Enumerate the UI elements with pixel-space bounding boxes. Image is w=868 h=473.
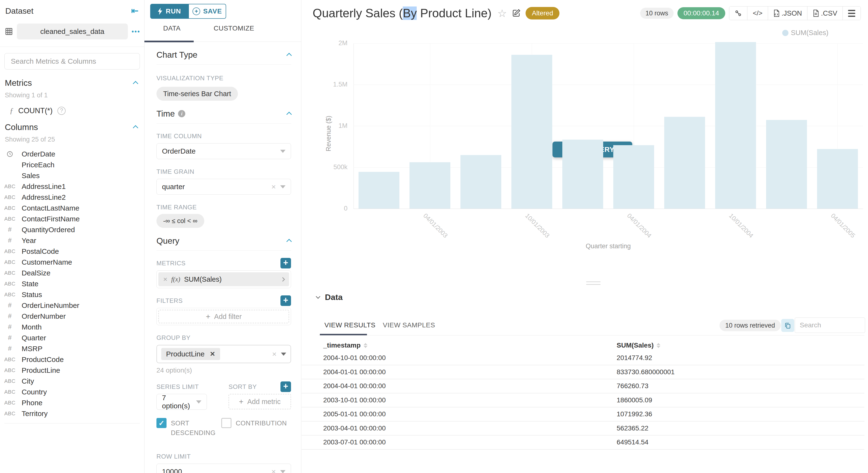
checkbox-unchecked-icon[interactable] — [221, 418, 231, 428]
table-row[interactable]: 2003-10-01 00:00:001860005.09 — [302, 393, 864, 408]
add-filter-dropzone[interactable]: + Add filter — [158, 310, 289, 323]
clear-icon[interactable]: × — [271, 182, 276, 191]
collapse-panel-icon[interactable]: ⇤ — [131, 6, 138, 16]
bar-2004-10-01[interactable] — [715, 42, 756, 209]
run-button[interactable]: RUN — [150, 4, 188, 19]
altered-badge[interactable]: Altered — [526, 7, 559, 20]
column-item[interactable]: ABCDealSize — [0, 267, 144, 278]
column-item[interactable]: #QuantityOrdered — [0, 224, 144, 235]
column-item[interactable]: #Quarter — [0, 333, 144, 343]
column-item[interactable]: ABCCity — [0, 376, 144, 386]
dataset-more-icon[interactable]: ••• — [132, 28, 140, 35]
dataset-name[interactable]: cleaned_sales_data — [17, 24, 128, 39]
add-filter-button[interactable]: + — [280, 295, 291, 306]
group-by-chip[interactable]: ProductLine ✕ — [161, 348, 220, 360]
tab-view-samples[interactable]: VIEW SAMPLES — [383, 321, 435, 329]
chevron-up-icon[interactable] — [286, 53, 292, 58]
clear-icon[interactable]: × — [271, 467, 276, 473]
column-item[interactable]: ABCProductCode — [0, 354, 144, 365]
sort-icon[interactable] — [364, 343, 367, 348]
bar-2004-04-01[interactable] — [613, 145, 654, 209]
column-item[interactable]: ABCCountry — [0, 386, 144, 397]
bar-2005-01-01[interactable] — [766, 120, 807, 209]
clear-icon[interactable]: × — [272, 350, 277, 358]
favorite-star-icon[interactable]: ☆ — [497, 7, 507, 20]
bar-2004-07-01[interactable] — [664, 117, 705, 209]
bar-2003-04-01[interactable] — [409, 162, 450, 209]
series-limit-select[interactable]: 7 option(s) — [156, 394, 207, 410]
column-item[interactable]: #OrderLineNumber — [0, 300, 144, 311]
column-item[interactable]: ABCPostalCode — [0, 246, 144, 257]
column-item[interactable]: OrderDate — [0, 149, 144, 159]
column-item[interactable]: #OrderNumber — [0, 311, 144, 322]
export-json-button[interactable]: .JSON — [768, 6, 807, 20]
column-item[interactable]: ABCTerritory — [0, 408, 144, 419]
visualization-type-pill[interactable]: Time-series Bar Chart — [156, 87, 238, 101]
time-column-select[interactable]: OrderDate — [156, 143, 291, 159]
table-row[interactable]: 2005-01-01 00:00:001071992.36 — [302, 407, 864, 421]
group-by-select[interactable]: ProductLine ✕ × — [156, 345, 291, 363]
data-section-header[interactable]: Data — [316, 292, 343, 302]
tab-view-results[interactable]: VIEW RESULTS — [324, 321, 375, 329]
time-grain-select[interactable]: quarter × — [156, 179, 291, 195]
column-header-sum-sales[interactable]: SUM(Sales) — [617, 342, 660, 349]
contribution-checkbox[interactable]: CONTRIBUTION — [221, 418, 287, 438]
add-sort-metric-button[interactable]: + — [280, 381, 291, 392]
column-item[interactable]: Sales — [0, 170, 144, 181]
bar-2003-07-01[interactable] — [460, 155, 501, 209]
metric-item[interactable]: ƒ COUNT(*) ? — [0, 99, 144, 115]
panel-resize-handle[interactable] — [586, 281, 600, 287]
chevron-up-icon[interactable] — [286, 112, 292, 117]
edit-properties-icon[interactable] — [512, 9, 521, 18]
info-icon[interactable]: i — [178, 110, 185, 117]
share-link-button[interactable] — [729, 6, 747, 20]
column-item[interactable]: ABCState — [0, 278, 144, 289]
table-row[interactable]: 2004-10-01 00:00:002014774.92 — [302, 351, 864, 365]
chevron-right-icon[interactable] — [280, 277, 285, 281]
bar-2005-04-01[interactable] — [817, 149, 858, 209]
metrics-columns-search-input[interactable] — [4, 53, 140, 69]
table-row[interactable]: 2003-04-01 00:00:00562365.22 — [302, 421, 864, 436]
column-item[interactable]: ABCStatus — [0, 289, 144, 300]
help-icon[interactable]: ? — [57, 107, 66, 115]
chevron-up-icon[interactable] — [133, 125, 138, 131]
sort-icon[interactable] — [656, 343, 660, 348]
add-metric-button[interactable]: + — [280, 258, 291, 269]
column-item[interactable]: PriceEach — [0, 159, 144, 170]
checkbox-checked-icon[interactable]: ✓ — [156, 418, 166, 428]
chevron-up-icon[interactable] — [133, 81, 138, 87]
tab-data[interactable]: DATA — [163, 25, 181, 32]
chevron-up-icon[interactable] — [286, 239, 292, 245]
column-item[interactable]: ABCPhone — [0, 397, 144, 408]
copy-data-button[interactable] — [781, 319, 794, 332]
row-limit-select[interactable]: 10000 × — [156, 464, 291, 473]
column-item[interactable]: #Month — [0, 322, 144, 333]
table-row[interactable]: 2003-07-01 00:00:00649514.54 — [302, 436, 864, 450]
embed-code-button[interactable]: </> — [747, 6, 768, 20]
remove-chip-icon[interactable]: ✕ — [210, 350, 215, 358]
table-row[interactable]: 2004-01-01 00:00:00833730.680000001 — [302, 365, 864, 379]
column-header-timestamp[interactable]: _timestamp — [323, 342, 367, 349]
remove-metric-icon[interactable]: × — [163, 275, 167, 283]
bar-2003-01-01[interactable] — [359, 172, 399, 209]
bar-2003-10-01[interactable] — [512, 55, 552, 209]
tab-customize[interactable]: CUSTOMIZE — [214, 25, 254, 32]
column-item[interactable]: ABCContactLastName — [0, 202, 144, 214]
export-csv-button[interactable]: .CSV — [807, 6, 842, 20]
time-range-pill[interactable]: -∞ ≤ col < ∞ — [156, 214, 204, 228]
bar-2004-01-01[interactable] — [562, 139, 603, 209]
chart-title[interactable]: Quarterly Sales (By Product Line) — [313, 6, 492, 20]
column-item[interactable]: ABCAddressLine2 — [0, 192, 144, 202]
table-row[interactable]: 2004-04-01 00:00:00766260.73 — [302, 379, 864, 393]
column-item[interactable]: ABCProductLine — [0, 365, 144, 376]
more-menu-button[interactable] — [842, 6, 861, 20]
column-item[interactable]: #MSRP — [0, 343, 144, 354]
column-item[interactable]: ABCAddressLine1 — [0, 181, 144, 192]
column-item[interactable]: ABCCustomerName — [0, 257, 144, 267]
sort-by-add-metric[interactable]: + Add metric — [228, 394, 291, 409]
column-item[interactable]: ABCContactFirstName — [0, 214, 144, 224]
save-button[interactable]: + SAVE — [188, 4, 226, 19]
column-item[interactable]: #Year — [0, 235, 144, 246]
metric-chip[interactable]: × f(x) SUM(Sales) — [158, 272, 289, 286]
table-search-input[interactable] — [795, 317, 865, 333]
